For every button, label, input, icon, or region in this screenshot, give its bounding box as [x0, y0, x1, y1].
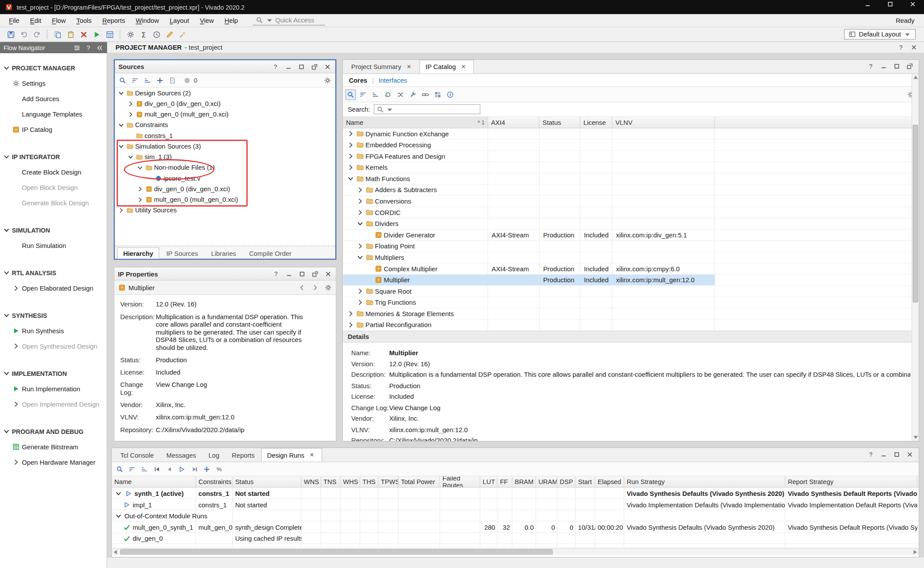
column-header-whs[interactable]: WHS — [341, 477, 360, 487]
run-icon[interactable] — [176, 464, 187, 474]
grid-icon[interactable] — [433, 89, 443, 100]
minimize-icon[interactable] — [880, 62, 888, 70]
maximize-icon[interactable] — [297, 62, 306, 71]
column-header-constraints[interactable]: Constraints — [196, 477, 233, 487]
tab-project-summary[interactable]: Project Summary — [345, 60, 419, 73]
quick-access-search[interactable]: Quick Access — [253, 15, 325, 25]
back-icon[interactable] — [298, 283, 306, 291]
run-row-synth-1-active[interactable]: synth_1 (active)constrs_1Not startedViva… — [112, 488, 918, 499]
catalog-row-memories-storage-elements[interactable]: Memories & Storage Elements — [343, 308, 918, 320]
flow-item-create-block-design[interactable]: Create Block Design — [0, 164, 106, 180]
column-header-status[interactable]: Status — [233, 477, 301, 487]
menu-tools[interactable]: Tools — [71, 17, 97, 24]
flow-item-run-synthesis[interactable]: Run Synthesis — [0, 323, 106, 339]
clean-icon[interactable] — [176, 29, 188, 40]
chevron-down-icon[interactable] — [136, 164, 144, 171]
flow-section-synthesis[interactable]: SYNTHESIS — [0, 308, 106, 323]
chevron-right-icon[interactable] — [136, 196, 144, 203]
field-value[interactable]: View Change Log — [156, 381, 307, 397]
forward-icon[interactable] — [189, 464, 199, 474]
search-icon[interactable] — [117, 75, 128, 85]
info-icon[interactable]: i — [445, 89, 455, 100]
column-header-name[interactable]: Name — [112, 477, 196, 487]
source-tree-item-constraints[interactable]: Constraints — [115, 120, 335, 130]
column-header-start[interactable]: Start — [576, 477, 595, 487]
flow-section-implementation[interactable]: IMPLEMENTATION — [0, 366, 106, 381]
catalog-row-divider-generator[interactable]: Divider GeneratorAXI4-StreamProductionIn… — [343, 229, 918, 241]
flow-item-run-implementation[interactable]: Run Implementation — [0, 381, 106, 397]
catalog-row-math-functions[interactable]: Math Functions — [343, 173, 918, 185]
help-icon[interactable]: ? — [271, 62, 280, 71]
close-icon[interactable] — [323, 62, 332, 71]
chevron-down-icon[interactable] — [2, 427, 11, 436]
flow-section-rtl-analysis[interactable]: RTL ANALYSIS — [0, 265, 106, 280]
paste-icon[interactable] — [65, 29, 77, 40]
shuffle-icon[interactable] — [395, 89, 406, 100]
menu-help[interactable]: Help — [219, 17, 243, 24]
run-row-impl-1[interactable]: impl_1constrs_1Not startedVivado Impleme… — [112, 499, 918, 510]
catalog-row-adders-subtracters[interactable]: Adders & Subtracters — [343, 185, 918, 196]
close-icon[interactable] — [324, 269, 332, 278]
expand-all-icon[interactable] — [139, 464, 150, 474]
help-icon[interactable]: ? — [897, 43, 905, 51]
chevron-right-icon[interactable] — [346, 321, 355, 329]
column-header-uram[interactable]: URAM — [536, 477, 557, 487]
flow-item-open-elaborated-design[interactable]: Open Elaborated Design — [0, 280, 106, 296]
flow-item-generate-bitstream[interactable]: Generate Bitstream — [0, 439, 106, 455]
catalog-row-embedded-processing[interactable]: Embedded Processing — [343, 140, 918, 151]
chevron-down-icon[interactable] — [356, 219, 364, 228]
column-header-bram[interactable]: BRAM — [512, 477, 536, 487]
undo-icon[interactable] — [18, 29, 29, 40]
add-icon[interactable] — [202, 464, 212, 474]
vertical-scrollbar[interactable] — [912, 74, 919, 441]
clock-icon[interactable] — [150, 29, 162, 40]
view-cores[interactable]: Cores — [349, 76, 367, 84]
chevron-right-icon[interactable] — [356, 298, 364, 306]
close-icon[interactable] — [910, 43, 918, 51]
flow-item-ip-catalog[interactable]: IP Catalog — [0, 122, 106, 137]
chevron-right-icon[interactable] — [136, 185, 144, 193]
minimize-icon[interactable] — [880, 450, 888, 459]
chevron-down-icon[interactable] — [127, 153, 134, 160]
menu-view[interactable]: View — [194, 17, 219, 24]
flow-item-open-implemented-design[interactable]: Open Implemented Design — [0, 397, 106, 412]
search-icon[interactable] — [345, 89, 356, 100]
flow-item-run-simulation[interactable]: Run Simulation — [0, 238, 106, 253]
chevron-down-icon[interactable] — [2, 311, 11, 320]
chevron-down-icon[interactable] — [117, 89, 125, 97]
close-icon[interactable] — [405, 62, 413, 71]
source-tree-item-div-gen-0-div-gen-0-xci[interactable]: div_gen_0 (div_gen_0.xci) — [115, 183, 335, 194]
maximize-icon[interactable] — [893, 62, 901, 70]
column-header-ths[interactable]: THS — [360, 477, 378, 487]
collapse-all-icon[interactable] — [358, 89, 368, 100]
close-icon[interactable] — [308, 451, 316, 459]
restore-icon[interactable] — [383, 89, 393, 100]
back-icon[interactable] — [164, 464, 175, 474]
source-tree-item-sim-1-3[interactable]: sim_1 (3) — [115, 152, 335, 162]
chevron-right-icon[interactable] — [12, 284, 20, 292]
help-icon[interactable]: ? — [272, 269, 280, 278]
field-value[interactable]: View Change Log — [389, 404, 440, 411]
flow-item-settings[interactable]: Settings — [0, 76, 106, 91]
sources-tab-libraries[interactable]: Libraries — [205, 248, 242, 259]
horizontal-scrollbar[interactable] — [112, 548, 918, 555]
column-header-total-power[interactable]: Total Power — [399, 477, 440, 487]
catalog-row-cordic[interactable]: CORDIC — [343, 207, 918, 218]
column-header-name[interactable]: Name^ 1 — [343, 117, 488, 128]
expand-all-icon[interactable] — [142, 75, 153, 85]
settings-icon[interactable] — [324, 283, 332, 291]
flow-section-simulation[interactable]: SIMULATION — [0, 222, 106, 238]
source-tree-item-utility-sources[interactable]: Utility Sources — [115, 205, 335, 215]
collapse-all-icon[interactable] — [127, 464, 137, 474]
chevron-down-icon[interactable] — [2, 269, 11, 277]
chevron-right-icon[interactable] — [127, 110, 134, 118]
catalog-row-multiplier[interactable]: MultiplierProductionIncludedxilinx.com:i… — [343, 275, 918, 286]
catalog-row-square-root[interactable]: Square Root — [343, 286, 918, 297]
flow-item-language-templates[interactable]: Language Templates — [0, 106, 106, 122]
close-icon[interactable] — [459, 62, 468, 71]
close-icon[interactable] — [906, 450, 914, 459]
column-header-axi4[interactable]: AXI4 — [488, 117, 539, 128]
add-icon[interactable] — [154, 75, 165, 85]
chevron-down-icon[interactable] — [346, 175, 355, 183]
source-tree-item-simulation-sources-3[interactable]: Simulation Sources (3) — [115, 141, 335, 151]
